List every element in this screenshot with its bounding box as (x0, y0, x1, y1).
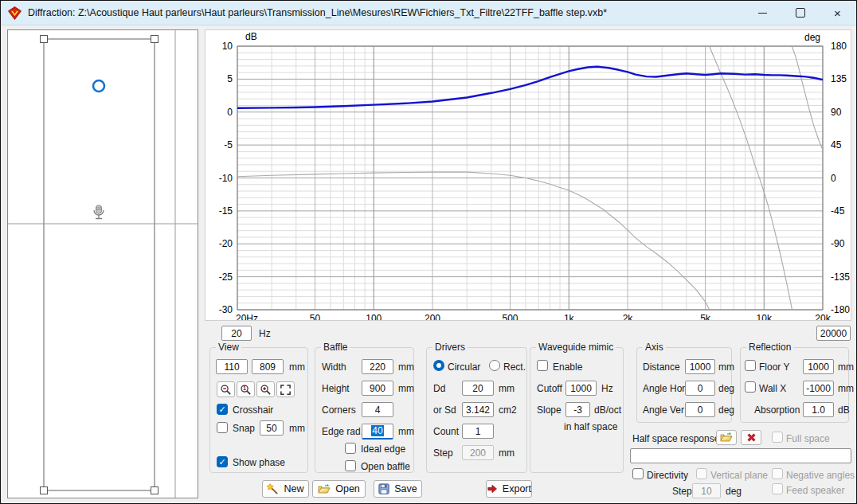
close-button[interactable]: × (819, 2, 856, 25)
directivity-step-unit: deg (726, 486, 742, 497)
vertical-plane-label: Vertical plane (710, 470, 768, 481)
minimize-button[interactable] (744, 2, 781, 25)
rect-radio[interactable] (489, 360, 500, 371)
phase-curve (792, 46, 823, 150)
baffle-height-input[interactable] (362, 381, 393, 396)
dd-label: Dd (433, 383, 445, 394)
dd-input[interactable] (462, 381, 494, 396)
view-x-input[interactable] (216, 359, 248, 374)
reflection-group-label: Reflection (746, 342, 793, 353)
snap-unit: mm (289, 423, 305, 434)
snap-checkbox[interactable] (217, 422, 228, 433)
angle-ver-label: Angle Ver (643, 404, 684, 416)
half-space-clear-button[interactable] (741, 430, 761, 445)
waveguide-enable-checkbox[interactable] (537, 360, 548, 371)
microphone-icon[interactable] (94, 205, 104, 219)
wall-x-input[interactable] (803, 381, 834, 396)
svg-text:180: 180 (831, 41, 847, 52)
slope-input[interactable] (565, 402, 590, 417)
angle-hor-unit: deg (718, 383, 734, 394)
sd-input[interactable] (462, 402, 494, 417)
drivers-group-label: Drivers (432, 342, 468, 353)
show-phase-checkbox[interactable]: ✓ (217, 456, 228, 467)
new-button[interactable]: New (262, 480, 309, 498)
half-space-file-input[interactable] (630, 448, 851, 463)
wall-x-checkbox[interactable] (745, 381, 756, 393)
directivity-step-label: Step (672, 486, 692, 497)
freq-min-input[interactable] (221, 326, 252, 341)
ideal-edge-checkbox[interactable] (345, 443, 356, 454)
y-left-axis-title: dB (245, 31, 257, 42)
baffle-group: Baffle Width mm Height mm Corners Edge r… (315, 347, 414, 473)
svg-text:200: 200 (425, 313, 440, 320)
directivity-label: Directivity (647, 470, 688, 481)
chart-panel: dBdeg1050-5-10-15-20-25-3018013590450-45… (205, 29, 851, 321)
cutoff-input[interactable] (565, 381, 597, 396)
zoom-in-button[interactable] (256, 381, 275, 397)
baffle-corner-handle[interactable] (41, 487, 48, 494)
cutoff-label: Cutoff (537, 383, 562, 394)
absorption-input[interactable] (803, 402, 834, 417)
freq-min-unit: Hz (259, 328, 271, 339)
distance-input[interactable] (685, 359, 715, 374)
zoom-out-button[interactable] (217, 381, 235, 397)
angle-hor-input[interactable] (685, 381, 715, 396)
waveguide-enable-label: Enable (553, 361, 582, 373)
snap-label: Snap (233, 423, 255, 434)
baffle-corner-handle[interactable] (151, 36, 158, 43)
freq-max-input[interactable] (816, 326, 851, 341)
save-button-label: Save (394, 483, 417, 494)
count-input[interactable] (462, 424, 494, 439)
baffle-drawing[interactable] (8, 30, 198, 498)
baffle-height-unit: mm (398, 383, 414, 394)
delete-x-icon (746, 432, 757, 443)
slope-label: Slope (537, 404, 562, 416)
directivity-checkbox[interactable] (632, 468, 644, 479)
fit-view-icon (280, 384, 292, 396)
open-baffle-checkbox[interactable] (345, 460, 356, 471)
view-y-input[interactable] (252, 359, 284, 374)
step-label: Step (433, 447, 453, 459)
export-button[interactable]: Export (486, 480, 532, 498)
export-button-label: Export (503, 483, 531, 494)
driver-circle-icon[interactable] (93, 80, 104, 92)
crosshair-checkbox[interactable]: ✓ (217, 404, 228, 415)
baffle-width-input[interactable] (362, 359, 393, 374)
half-space-open-button[interactable] (716, 430, 737, 445)
circular-radio[interactable] (433, 360, 444, 371)
save-button[interactable]: Save (374, 480, 422, 498)
edge-rad-label: Edge rad. (322, 426, 363, 437)
baffle-canvas-panel[interactable] (7, 29, 198, 498)
save-floppy-icon (378, 483, 389, 494)
open-baffle-label: Open baffle (361, 461, 410, 472)
svg-text:45: 45 (831, 139, 842, 150)
cutoff-unit: Hz (601, 383, 613, 394)
snap-input[interactable] (260, 420, 284, 436)
dd-unit: mm (499, 383, 515, 394)
zoom-100-button[interactable]: 1 (237, 381, 255, 397)
svg-text:-5: -5 (224, 139, 233, 150)
floor-y-checkbox[interactable] (745, 360, 756, 371)
svg-text:-15: -15 (219, 205, 233, 217)
baffle-outline[interactable] (44, 39, 155, 490)
svg-text:500: 500 (502, 313, 518, 320)
rect-label: Rect. (503, 361, 526, 373)
baffle-corners-input[interactable] (362, 402, 393, 417)
wand-icon (267, 483, 279, 495)
slope-unit: dB/oct (594, 404, 621, 416)
angle-ver-input[interactable] (685, 402, 715, 417)
svg-text:5k: 5k (700, 313, 711, 320)
fit-view-button[interactable] (276, 381, 295, 397)
edge-rad-input[interactable]: 40 (362, 424, 393, 440)
open-button[interactable]: Open (312, 480, 366, 498)
baffle-corner-handle[interactable] (41, 36, 48, 43)
angle-hor-label: Angle Hor (643, 383, 685, 394)
svg-text:2k: 2k (623, 313, 634, 320)
feed-speaker-label: Feed speaker (786, 485, 844, 496)
frequency-response-chart: dBdeg1050-5-10-15-20-25-3018013590450-45… (205, 30, 851, 320)
baffle-corner-handle[interactable] (151, 487, 158, 494)
floor-y-input[interactable] (803, 359, 834, 374)
show-phase-label: Show phase (233, 457, 285, 468)
zoom-in-icon (260, 384, 272, 396)
maximize-button[interactable] (781, 2, 819, 25)
